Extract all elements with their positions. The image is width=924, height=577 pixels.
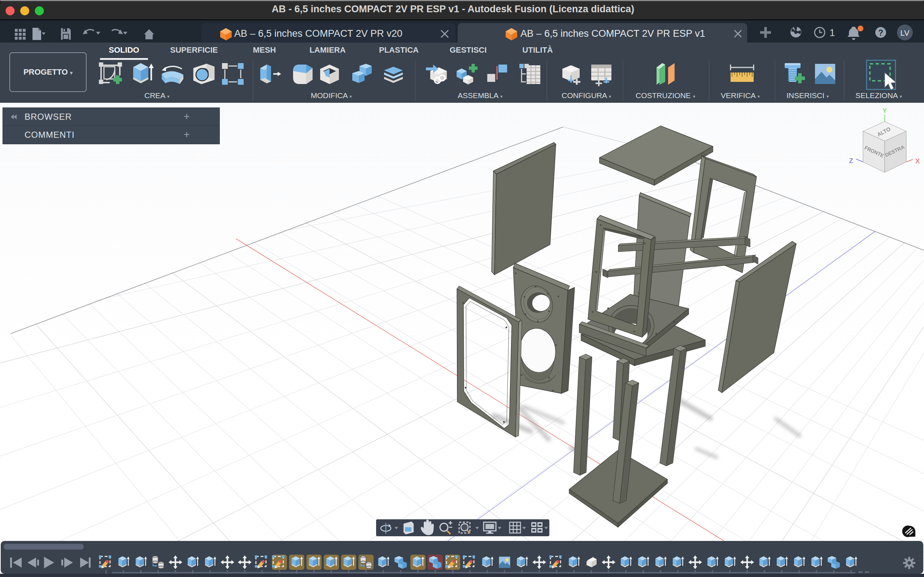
- svg-text:LV: LV: [900, 29, 909, 37]
- svg-text:AB – 6,5 inches COMPACT 2V PR: AB – 6,5 inches COMPACT 2V PR ESP v1: [520, 28, 705, 39]
- svg-text:1: 1: [829, 27, 835, 38]
- svg-text:AB – 6,5 inches COMPACT 2V PR: AB – 6,5 inches COMPACT 2V PR v20: [234, 28, 402, 39]
- svg-text:?: ?: [878, 28, 883, 37]
- svg-text:Z: Z: [849, 157, 853, 164]
- svg-text:Y: Y: [882, 107, 887, 114]
- svg-text:X: X: [915, 157, 920, 165]
